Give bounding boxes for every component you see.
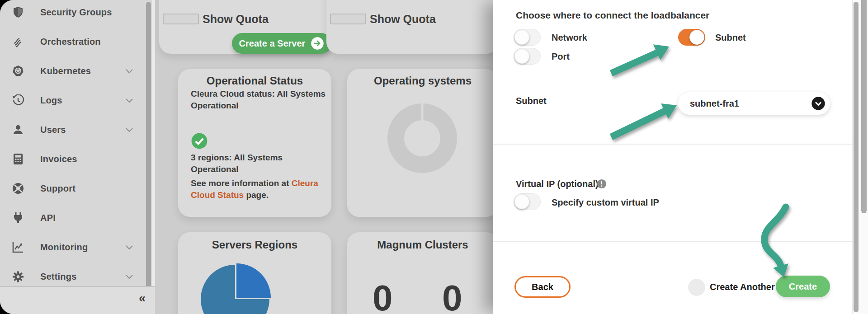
magnum-clusters-card: Magnum Clusters 0 0 xyxy=(347,232,498,314)
calculator-icon xyxy=(12,153,24,165)
sidebar-item-orchestration[interactable]: Orchestration xyxy=(0,32,145,52)
chevron-down-circle-icon xyxy=(811,96,826,111)
custom-vip-label: Specify custom virtual IP xyxy=(552,197,659,208)
sidebar-item-support[interactable]: Support xyxy=(0,178,145,198)
operational-status-card: Operational Status Cleura Cloud status: … xyxy=(178,69,331,217)
sidebar-scrollbar[interactable] xyxy=(146,2,151,291)
chevron-down-icon xyxy=(126,273,133,281)
back-button[interactable]: Back xyxy=(514,276,571,298)
regions-status-text: 3 regions: All Systems Operational xyxy=(191,152,326,175)
chevron-down-icon xyxy=(126,244,133,252)
page-scrollbar[interactable] xyxy=(861,0,867,213)
toggle-knob xyxy=(514,30,529,45)
user-icon xyxy=(12,124,24,136)
create-label: Create xyxy=(789,281,817,292)
quota-card-2: Show Quota xyxy=(326,0,498,54)
chevron-down-icon xyxy=(126,126,133,134)
quota-toggle[interactable] xyxy=(330,14,366,24)
toggle-knob xyxy=(514,194,529,209)
check-circle-icon xyxy=(191,132,208,151)
sidebar-item-kubernetes[interactable]: Kubernetes xyxy=(0,61,145,81)
sidebar-item-label: Settings xyxy=(40,272,77,282)
custom-vip-toggle[interactable] xyxy=(514,193,541,210)
sidebar-gutter xyxy=(152,0,155,314)
sidebar-item-label: Kubernetes xyxy=(40,66,91,76)
modal-title: Choose where to connect the loadbalancer xyxy=(516,10,709,21)
shield-icon xyxy=(12,6,24,18)
kubernetes-icon xyxy=(12,65,24,77)
sidebar-item-label: Logs xyxy=(40,95,62,106)
subnet-select-value: subnet-fra1 xyxy=(690,98,811,109)
sidebar-item-security-groups[interactable]: Security Groups xyxy=(0,2,145,22)
sidebar-item-users[interactable]: Users xyxy=(0,120,145,140)
gear-icon xyxy=(12,271,24,282)
port-toggle-label: Port xyxy=(552,52,570,62)
subnet-toggle-label: Subnet xyxy=(715,33,746,43)
card-title: Operational Status xyxy=(178,75,331,87)
sidebar-item-settings[interactable]: Settings xyxy=(0,267,145,286)
see-more-prefix: See more information at xyxy=(191,178,292,188)
app-window: Security Groups Orchestration Kubernetes… xyxy=(0,0,868,314)
chevron-down-icon xyxy=(126,97,133,105)
sidebar-item-label: Monitoring xyxy=(40,242,88,253)
card-title: Magnum Clusters xyxy=(347,239,498,251)
operating-systems-donut-chart xyxy=(347,69,498,217)
lifebuoy-icon xyxy=(12,183,24,194)
sidebar-item-invoices[interactable]: Invoices xyxy=(0,149,145,169)
create-another-label: Create Another xyxy=(710,282,775,292)
history-icon xyxy=(12,94,24,106)
create-button[interactable]: Create xyxy=(776,276,830,297)
quota-label: Show Quota xyxy=(370,13,436,26)
chart-icon xyxy=(12,241,24,253)
create-another-checkbox[interactable] xyxy=(688,279,705,296)
info-icon[interactable] xyxy=(597,179,607,191)
sidebar-item-label: Orchestration xyxy=(40,37,101,47)
sidebar-item-api[interactable]: API xyxy=(0,208,145,228)
see-more-suffix: page. xyxy=(244,190,269,200)
sidebar-item-logs[interactable]: Logs xyxy=(0,90,145,110)
servers-regions-pie-chart xyxy=(178,232,331,314)
subnet-field-label: Subnet xyxy=(516,96,547,106)
subnet-select[interactable]: subnet-fra1 xyxy=(678,92,830,115)
loadbalancer-modal: Choose where to connect the loadbalancer… xyxy=(493,0,868,314)
network-toggle[interactable] xyxy=(514,29,541,46)
arrow-circle-icon xyxy=(311,37,324,50)
plug-icon xyxy=(12,212,24,224)
sidebar-item-label: Security Groups xyxy=(40,7,112,18)
section-divider xyxy=(493,241,853,242)
cloud-status-text: Cleura Cloud status: All Systems Operati… xyxy=(191,88,326,112)
orchestration-icon xyxy=(12,36,24,47)
virtual-ip-title: Virtual IP (optional) xyxy=(516,179,599,189)
servers-regions-card: Servers Regions xyxy=(178,232,331,314)
quota-toggle[interactable] xyxy=(163,14,199,24)
operating-systems-card: Operating systems unknown xyxy=(347,69,498,217)
network-toggle-label: Network xyxy=(552,33,587,43)
subnet-toggle[interactable] xyxy=(678,29,705,46)
create-server-label: Create a Server xyxy=(239,38,306,49)
create-server-button[interactable]: Create a Server xyxy=(232,33,331,54)
quota-label: Show Quota xyxy=(203,13,269,26)
sidebar-item-label: Invoices xyxy=(40,154,77,164)
magnum-stat-value: 0 xyxy=(373,277,393,314)
back-label: Back xyxy=(532,282,553,292)
see-more-text: See more information at Cleura Cloud Sta… xyxy=(191,178,326,201)
sidebar-item-label: Users xyxy=(40,125,66,135)
sidebar-item-label: Support xyxy=(40,183,75,194)
sidebar-footer: « xyxy=(0,287,155,314)
toggle-knob xyxy=(689,30,704,45)
toggle-knob xyxy=(514,49,529,64)
sidebar: Security Groups Orchestration Kubernetes… xyxy=(0,0,155,314)
sidebar-item-label: API xyxy=(40,213,56,223)
magnum-stat-value: 0 xyxy=(442,277,462,314)
section-divider xyxy=(493,144,853,145)
port-toggle[interactable] xyxy=(514,48,541,65)
sidebar-item-monitoring[interactable]: Monitoring xyxy=(0,237,145,257)
chevron-down-icon xyxy=(126,67,133,75)
collapse-sidebar-button[interactable]: « xyxy=(139,291,146,305)
modal-scrollbar[interactable] xyxy=(854,2,859,312)
